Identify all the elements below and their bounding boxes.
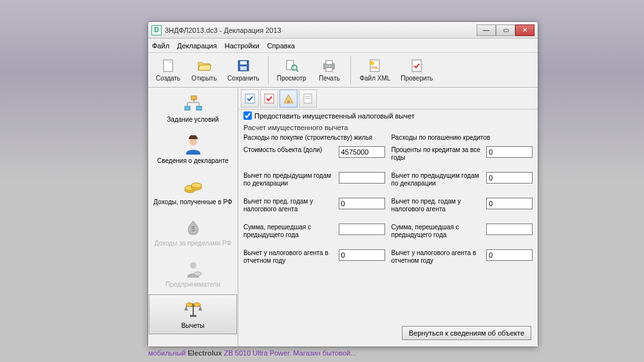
footer-brand: Electrolux <box>187 349 222 357</box>
agent-curyear-input-r[interactable] <box>486 249 533 261</box>
back-to-object-button[interactable]: Вернуться к сведениям об объекте <box>402 326 531 340</box>
left-column-title: Расходы по покупке (строительству) жилья <box>243 134 385 141</box>
carryover-label-r: Сумма, перешедшая с предыдущего года <box>392 224 487 239</box>
titlebar[interactable]: D 3НДФЛ2013.dc3 - Декларация 2013 — ▭ ✕ <box>148 22 538 39</box>
svg-point-29 <box>186 303 193 307</box>
grant-deduction-checkbox[interactable] <box>243 111 252 120</box>
person-icon <box>182 135 204 155</box>
svg-rect-3 <box>240 61 247 64</box>
toolbar-print[interactable]: Печать <box>312 54 346 86</box>
svg-point-11 <box>332 65 333 66</box>
coins-icon <box>182 176 204 196</box>
prev-years-decl-input-l[interactable] <box>339 172 385 184</box>
object-cost-input[interactable] <box>339 146 385 158</box>
app-icon: D <box>151 25 162 35</box>
preview-magnifier-icon <box>284 58 299 73</box>
svg-rect-9 <box>326 61 332 64</box>
svg-rect-0 <box>164 60 173 71</box>
sidebar: Задание условий Сведения о декларанте До… <box>148 88 238 347</box>
open-folder-icon <box>196 58 212 73</box>
sidebar-item-deductions[interactable]: Вычеты <box>149 294 237 334</box>
toolbar-save[interactable]: Сохранить <box>223 54 264 86</box>
tab-icon-3[interactable] <box>279 90 298 108</box>
svg-rect-18 <box>196 106 202 110</box>
tab-icon-2[interactable] <box>260 90 278 108</box>
conditions-icon <box>182 94 204 113</box>
agent-curyear-input-l[interactable] <box>339 249 385 261</box>
sidebar-item-income-abroad: $ Доходы за пределами РФ <box>149 212 237 252</box>
main-panel: Предоставить имущественный налоговый выч… <box>238 88 538 347</box>
svg-line-7 <box>296 70 298 71</box>
svg-point-30 <box>194 303 200 307</box>
carryover-label-l: Сумма, перешедшая с предыдущего года <box>243 224 339 239</box>
background-link-text[interactable]: мобильный Electrolux ZB 5010 Ultra Power… <box>148 349 356 357</box>
save-floppy-icon <box>236 58 251 73</box>
prev-years-decl-input-r[interactable] <box>486 172 533 184</box>
svg-rect-16 <box>191 96 196 100</box>
toolbar-create[interactable]: Создать <box>151 54 185 86</box>
svg-rect-17 <box>185 106 190 110</box>
sidebar-item-income-rf[interactable]: Доходы, полученные в РФ <box>149 171 237 211</box>
tab-icon-1[interactable] <box>241 90 259 108</box>
menubar: Файл Декларация Настройки Справка <box>148 39 538 53</box>
right-column: Расходы по погашению кредитов Проценты п… <box>392 134 533 322</box>
agent-curyear-label-l: Вычет у налогового агента в отчетном год… <box>243 249 339 265</box>
toolbar-separator <box>268 56 269 84</box>
tab-icons-row <box>238 88 538 110</box>
prev-years-agent-input-r[interactable] <box>486 198 533 209</box>
prev-years-agent-label-l: Вычет по пред. годам у налогового агента <box>243 198 339 213</box>
svg-rect-33 <box>265 94 274 103</box>
svg-rect-34 <box>287 100 290 103</box>
printer-icon <box>321 58 337 73</box>
svg-rect-4 <box>240 66 247 70</box>
entrepreneur-icon <box>182 259 204 278</box>
prev-years-agent-input-l[interactable] <box>339 198 385 209</box>
svg-rect-10 <box>326 68 332 71</box>
svg-rect-15 <box>412 60 421 71</box>
prev-years-agent-label-r: Вычет по пред. годам у налогового агента <box>392 198 487 213</box>
sidebar-item-declarant[interactable]: Сведения о декларанте <box>149 129 237 169</box>
check-icon <box>409 58 424 73</box>
toolbar-separator <box>350 56 351 84</box>
svg-point-14 <box>370 61 374 65</box>
svg-text:$: $ <box>191 225 195 233</box>
menu-settings[interactable]: Настройки <box>225 42 260 50</box>
tab-icon-4[interactable] <box>299 90 317 108</box>
right-column-title: Расходы по погашению кредитов <box>392 134 533 141</box>
svg-text:XML: XML <box>371 66 379 70</box>
carryover-input-r[interactable] <box>486 224 533 235</box>
carryover-input-l[interactable] <box>339 224 385 235</box>
svg-point-26 <box>194 272 202 276</box>
minimize-button[interactable]: — <box>477 24 496 36</box>
menu-declaration[interactable]: Декларация <box>177 42 217 50</box>
menu-help[interactable]: Справка <box>267 42 295 50</box>
credit-interest-input[interactable] <box>486 146 533 158</box>
close-button[interactable]: ✕ <box>515 24 535 36</box>
svg-point-23 <box>191 183 202 188</box>
window-title: 3НДФЛ2013.dc3 - Декларация 2013 <box>165 26 477 34</box>
toolbar-xml[interactable]: XML Файл XML <box>355 54 395 86</box>
prev-years-decl-label-r: Вычет по предыдущим годам по декларации <box>392 172 487 187</box>
svg-rect-32 <box>245 94 254 103</box>
footer-suffix: ZB 5010 Ultra Power. Магазин бытовой... <box>222 349 357 357</box>
toolbar-check[interactable]: Проверить <box>396 54 437 86</box>
xml-file-icon: XML <box>367 58 383 73</box>
svg-point-25 <box>190 262 196 269</box>
footer-prefix: мобильный <box>148 349 187 357</box>
new-file-icon <box>160 58 176 73</box>
calc-label: Расчет имущественного вычета <box>238 122 538 134</box>
credit-interest-label: Проценты по кредитам за все годы <box>392 146 487 162</box>
maximize-button[interactable]: ▭ <box>496 24 515 36</box>
object-cost-label: Стоимость объекта (доли) <box>243 146 339 154</box>
svg-rect-31 <box>190 315 196 317</box>
grant-deduction-label: Предоставить имущественный налоговый выч… <box>254 112 415 120</box>
menu-file[interactable]: Файл <box>152 42 169 50</box>
prev-years-decl-label-l: Вычет по предыдущим годам по декларации <box>243 172 339 187</box>
toolbar-preview[interactable]: Просмотр <box>272 54 311 86</box>
app-window: D 3НДФЛ2013.dc3 - Декларация 2013 — ▭ ✕ … <box>147 21 538 347</box>
toolbar-open[interactable]: Открыть <box>187 54 222 86</box>
scales-icon <box>182 300 204 319</box>
money-bag-icon: $ <box>182 218 204 237</box>
sidebar-item-conditions[interactable]: Задание условий <box>149 88 237 128</box>
left-column: Расходы по покупке (строительству) жилья… <box>243 134 385 322</box>
